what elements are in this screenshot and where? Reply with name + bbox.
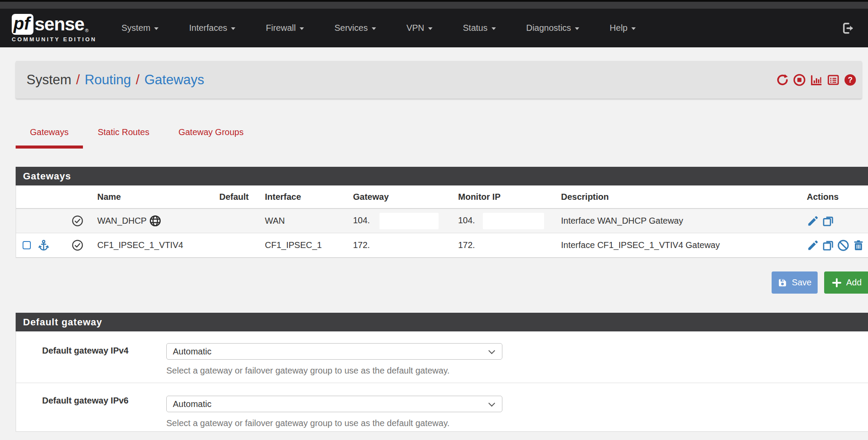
page-content: System / Routing / Gateways ? Gateways S… [0, 61, 868, 432]
delete-icon[interactable] [852, 239, 865, 251]
nav-item-firewall[interactable]: Firewall [251, 23, 319, 33]
routing-tabs: Gateways Static Routes Gateway Groups [16, 127, 868, 149]
list-icon[interactable] [827, 73, 840, 86]
breadcrumb-separator: / [136, 72, 140, 88]
svg-text:?: ? [848, 76, 853, 84]
anchor-icon[interactable] [38, 239, 50, 251]
column-header-name: Name [95, 192, 219, 202]
chevron-down-icon [372, 27, 376, 30]
default-gateway-ipv6-label: Default gateway IPv6 [16, 383, 129, 431]
breadcrumb-link-gateways[interactable]: Gateways [144, 72, 204, 88]
gateway-address: 172. [353, 240, 370, 250]
plus-icon [832, 278, 842, 288]
gateway-address: 104. [353, 215, 370, 225]
pfsense-logo[interactable]: pf sense ® COMMUNITY EDITION [12, 14, 97, 43]
nav-item-interfaces[interactable]: Interfaces [174, 23, 251, 33]
selected-value: Automatic [173, 347, 211, 357]
main-navbar: pf sense ® COMMUNITY EDITION System Inte… [0, 9, 868, 47]
table-buttons: Save Add [16, 271, 868, 294]
form-row-ipv4: Default gateway IPv4 Automatic Select a … [16, 331, 868, 383]
chevron-down-icon [492, 27, 496, 30]
table-header-row: Name Default Interface Gateway Monitor I… [16, 185, 868, 209]
column-header-gateway: Gateway [353, 192, 458, 202]
column-header-interface: Interface [265, 192, 353, 202]
default-gateway-ipv4-select[interactable]: Automatic [166, 343, 502, 360]
breadcrumb-section: System [26, 72, 71, 88]
gateway-interface: WAN [265, 216, 353, 226]
breadcrumb: System / Routing / Gateways ? [16, 61, 862, 99]
redacted-value [483, 213, 544, 229]
breadcrumb-action-icons: ? [776, 73, 857, 86]
column-header-default: Default [219, 192, 265, 202]
registered-mark: ® [85, 28, 89, 33]
selected-value: Automatic [173, 399, 211, 409]
gateways-panel: Gateways Name Default Interface Gateway … [16, 167, 868, 258]
sign-out-icon[interactable] [841, 21, 855, 35]
monitor-ip: 172. [458, 240, 475, 250]
help-text: Select a gateway or failover gateway gro… [166, 366, 868, 376]
add-button[interactable]: Add [824, 271, 868, 294]
chevron-down-icon [488, 400, 495, 407]
breadcrumb-separator: / [76, 72, 80, 88]
tab-gateways[interactable]: Gateways [16, 127, 83, 149]
question-circle-icon[interactable]: ? [844, 73, 857, 86]
refresh-icon[interactable] [776, 73, 789, 86]
logo-pf-badge: pf [12, 14, 33, 35]
globe-icon [149, 215, 161, 227]
nav-item-status[interactable]: Status [448, 23, 511, 33]
window-top-strip [0, 0, 868, 9]
column-header-description: Description [561, 192, 791, 202]
gateway-name: CF1_IPSEC_1_VTIV4 [97, 240, 183, 250]
row-checkbox[interactable] [23, 241, 31, 249]
edit-icon[interactable] [807, 239, 819, 251]
gateway-name: WAN_DHCP [97, 216, 147, 226]
gateway-description: Interface WAN_DHCP Gateway [561, 216, 791, 226]
chevron-down-icon [154, 27, 158, 30]
logo-sense-text: sense [35, 15, 84, 34]
logo-subtitle: COMMUNITY EDITION [12, 36, 97, 43]
column-header-actions: Actions [791, 192, 868, 202]
redacted-value [380, 213, 439, 229]
gateway-description: Interface CF1_IPSEC_1_VTIV4 Gateway [561, 240, 791, 250]
stop-circle-icon[interactable] [793, 73, 806, 86]
help-text: Select a gateway or failover gateway gro… [166, 418, 868, 428]
table-row: CF1_IPSEC_1_VTIV4 CF1_IPSEC_1 172. 172. … [16, 233, 868, 258]
chevron-down-icon [488, 347, 495, 354]
gateway-online-icon [72, 239, 83, 251]
default-gateway-ipv4-label: Default gateway IPv4 [16, 331, 129, 383]
table-row: WAN_DHCP WAN 104. 104. Interface WAN_DHC… [16, 209, 868, 233]
breadcrumb-link-routing[interactable]: Routing [85, 72, 131, 88]
default-gateway-ipv6-select[interactable]: Automatic [166, 396, 502, 412]
form-row-ipv6: Default gateway IPv6 Automatic Select a … [16, 383, 868, 431]
chevron-down-icon [231, 27, 235, 30]
column-header-monitor-ip: Monitor IP [458, 192, 561, 202]
tab-static-routes[interactable]: Static Routes [83, 127, 164, 149]
chevron-down-icon [631, 27, 636, 30]
nav-item-vpn[interactable]: VPN [391, 23, 448, 33]
default-gateway-form: Default gateway IPv4 Automatic Select a … [16, 331, 868, 432]
save-icon [778, 278, 787, 288]
nav-menu: System Interfaces Firewall Services VPN … [106, 23, 651, 33]
nav-item-system[interactable]: System [106, 23, 174, 33]
default-gateway-panel: Default gateway Default gateway IPv4 Aut… [16, 313, 868, 432]
nav-item-help[interactable]: Help [594, 23, 651, 33]
edit-icon[interactable] [807, 215, 819, 227]
gateway-interface: CF1_IPSEC_1 [265, 240, 353, 250]
chevron-down-icon [428, 27, 432, 30]
add-button-label: Add [846, 278, 862, 288]
gateway-online-icon [72, 215, 83, 227]
monitor-ip: 104. [458, 215, 475, 225]
nav-item-services[interactable]: Services [319, 23, 391, 33]
save-button[interactable]: Save [772, 271, 818, 294]
chevron-down-icon [575, 27, 579, 30]
bar-chart-icon[interactable] [810, 73, 823, 86]
copy-icon[interactable] [822, 239, 834, 251]
gateways-panel-title: Gateways [16, 167, 868, 185]
copy-icon[interactable] [822, 215, 834, 227]
default-gateway-panel-title: Default gateway [16, 313, 868, 331]
nav-item-diagnostics[interactable]: Diagnostics [511, 23, 594, 33]
pfsense-wordmark: pf sense ® [12, 14, 97, 35]
gateways-table: Name Default Interface Gateway Monitor I… [16, 185, 868, 258]
tab-gateway-groups[interactable]: Gateway Groups [164, 127, 258, 149]
disable-icon[interactable] [837, 239, 849, 251]
